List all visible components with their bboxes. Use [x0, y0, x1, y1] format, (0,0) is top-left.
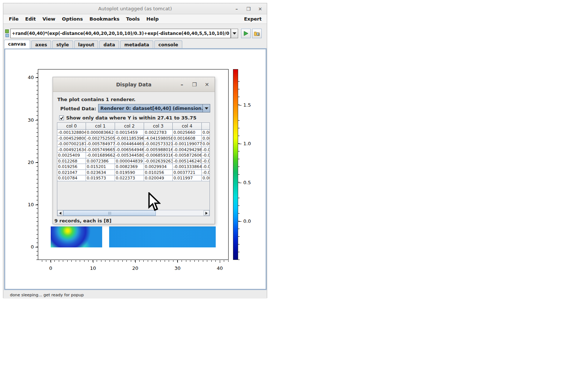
datasource-indicator[interactable] [5, 29, 10, 39]
dialog-close-button[interactable]: ✕ [204, 82, 209, 87]
uri-input[interactable] [10, 29, 231, 38]
table-cell[interactable]: -0.005344580... [115, 153, 144, 158]
table-cell[interactable]: -0.007002187... [57, 141, 86, 147]
table-cell[interactable]: 0.019573 [86, 175, 115, 181]
table-cell[interactable]: 0.022373 [115, 175, 144, 181]
table-cell[interactable]: 0.0072386 [86, 158, 115, 164]
table-cell[interactable]: 0.0016608 [173, 136, 202, 142]
table-cell[interactable]: -0.006564946... [115, 147, 144, 153]
horizontal-scrollbar[interactable] [57, 210, 209, 216]
table-cell[interactable]: 0.010784 [57, 175, 86, 181]
menu-item-help[interactable]: Help [143, 16, 162, 22]
tab-layout[interactable]: layout [74, 40, 98, 49]
table-cell[interactable]: 0.000044839 [115, 158, 144, 164]
table-cell[interactable]: -0.0 [202, 170, 209, 176]
tab-metadata[interactable]: metadata [120, 40, 153, 49]
table-cell[interactable]: -0.005784977... [86, 141, 115, 147]
table-cell[interactable]: -0.001689662... [86, 153, 115, 158]
table-header-cell[interactable] [202, 123, 209, 130]
table-cell[interactable]: -0.005872606... [173, 153, 202, 158]
tab-canvas[interactable]: canvas [4, 40, 30, 49]
table-cell[interactable]: -0.004464469... [115, 141, 144, 147]
expert-label[interactable]: Expert [244, 16, 265, 22]
table-header-cell[interactable]: col 0 [57, 123, 86, 130]
table-cell[interactable]: -0.006859316... [144, 153, 173, 158]
table-cell[interactable]: -0.001199077... [173, 141, 202, 147]
table-cell[interactable]: -0.001333864... [173, 164, 202, 170]
scrollbar-thumb[interactable] [63, 210, 156, 216]
table-cell[interactable]: -0.004529800... [57, 136, 86, 142]
menu-item-options[interactable]: Options [59, 16, 86, 22]
table-cell[interactable]: 0.011997 [173, 175, 202, 181]
table-row[interactable]: 0.0122680.00723860.000044839-0.002639263… [57, 158, 209, 164]
table-cell[interactable]: 0.00 [202, 130, 209, 136]
table-row[interactable]: -0.007002187...-0.005784977...-0.0044644… [57, 141, 209, 147]
table-cell[interactable]: -0.0 [202, 164, 209, 170]
table-cell[interactable]: 0.023634 [86, 170, 115, 176]
table-cell[interactable]: -0.004294298... [173, 147, 202, 153]
minimize-button[interactable]: – [234, 6, 240, 12]
close-button[interactable]: ✕ [257, 6, 263, 12]
combobox-arrow-button[interactable] [202, 104, 210, 112]
menu-item-view[interactable]: View [39, 16, 58, 22]
table-row[interactable]: 0.0210470.0236340.0195900.0102560.003772… [57, 170, 209, 176]
table-cell[interactable]: 0.012268 [57, 158, 86, 164]
table-cell[interactable]: 0.0025660 [173, 130, 202, 136]
table-cell[interactable]: -4.041598058... [144, 136, 173, 142]
table-cell[interactable]: 0.0025409 [57, 153, 86, 158]
table-cell[interactable]: -0.002752505... [86, 136, 115, 142]
tab-style[interactable]: style [52, 40, 73, 49]
table-cell[interactable]: -0.005146240... [173, 158, 202, 164]
tab-console[interactable]: console [154, 40, 182, 49]
table-cell[interactable]: 0.020049 [144, 175, 173, 181]
table-cell[interactable]: 0.010256 [144, 170, 173, 176]
inspect-button[interactable] [252, 29, 262, 38]
uri-dropdown-button[interactable] [231, 29, 238, 38]
table-cell[interactable]: 0.0015459 [115, 130, 144, 136]
table-cell[interactable]: 0.000083662 [86, 130, 115, 136]
menu-item-edit[interactable]: Edit [22, 16, 39, 22]
table-cell[interactable]: 0.0022783 [144, 130, 173, 136]
table-cell[interactable]: 0.00 [202, 136, 209, 142]
y-filter-checkbox[interactable] [59, 115, 64, 120]
table-cell[interactable]: -0.0 [202, 147, 209, 153]
table-cell[interactable]: -0.001328804... [57, 130, 86, 136]
go-button[interactable] [241, 29, 251, 38]
tab-axes[interactable]: axes [31, 40, 51, 49]
menu-item-tools[interactable]: Tools [123, 16, 143, 22]
table-cell[interactable]: -0.0 [202, 158, 209, 164]
tab-data[interactable]: data [99, 40, 119, 49]
maximize-button[interactable]: ❒ [245, 6, 251, 12]
table-row[interactable]: -0.001328804...0.0000836620.00154590.002… [57, 130, 209, 136]
menu-item-file[interactable]: File [6, 16, 22, 22]
table-row[interactable]: 0.0192560.0152010.00823690.0029934-0.001… [57, 164, 209, 170]
plotted-data-combobox[interactable]: Renderer 0: dataset[40,40] (dimension... [98, 104, 210, 112]
table-row[interactable]: -0.004921634...-0.005749665...-0.0065649… [57, 147, 209, 153]
table-cell[interactable]: 0.019256 [57, 164, 86, 170]
table-row[interactable]: 0.0107840.0195730.0223730.0200490.011997… [57, 175, 209, 181]
table-header-cell[interactable]: col 3 [144, 123, 173, 130]
dialog-maximize-button[interactable]: ❒ [192, 82, 197, 87]
table-cell[interactable]: 0.021047 [57, 170, 86, 176]
table-cell[interactable]: -0.002573321... [144, 141, 173, 147]
table-row[interactable]: -0.004529800...-0.002752505...-0.0011853… [57, 136, 209, 142]
table-cell[interactable]: -0.004921634... [57, 147, 86, 153]
table-cell[interactable]: -0.0 [202, 153, 209, 158]
table-cell[interactable]: 0.00 [202, 175, 209, 181]
table-cell[interactable]: 0.019590 [115, 170, 144, 176]
table-row[interactable]: 0.0025409-0.001689662...-0.005344580...-… [57, 153, 209, 158]
scroll-right-button[interactable] [204, 210, 209, 216]
table-cell[interactable]: -0.005749665... [86, 147, 115, 153]
table-cell[interactable]: -0.002639263... [144, 158, 173, 164]
table-header-cell[interactable]: col 1 [86, 123, 115, 130]
dialog-titlebar[interactable]: Display Data – ❒ ✕ [53, 77, 215, 92]
table-cell[interactable]: 0.0082369 [115, 164, 144, 170]
dialog-minimize-button[interactable]: – [179, 82, 184, 87]
scroll-left-button[interactable] [57, 210, 63, 216]
table-header-cell[interactable]: col 2 [115, 123, 144, 130]
table-cell[interactable]: -0.001185396... [115, 136, 144, 142]
table-cell[interactable]: 0.00 [202, 141, 209, 147]
scrollbar-track[interactable] [63, 210, 204, 216]
table-cell[interactable]: 0.015201 [86, 164, 115, 170]
table-cell[interactable]: -0.005988016... [144, 147, 173, 153]
